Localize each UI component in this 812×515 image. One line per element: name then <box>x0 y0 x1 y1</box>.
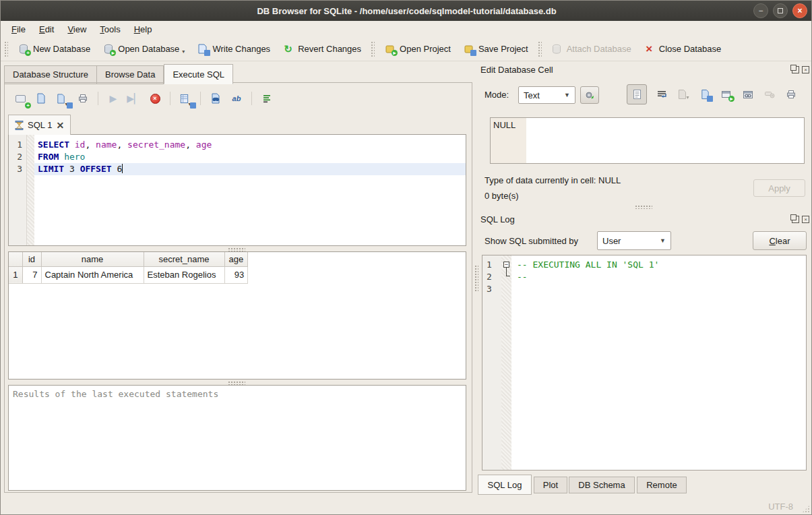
toolbar-drag-handle[interactable] <box>4 41 8 57</box>
toolbar-drag-handle[interactable] <box>538 41 542 57</box>
write-changes-button[interactable]: Write Changes <box>191 40 276 58</box>
cell-null-value: NULL <box>491 118 526 163</box>
revert-changes-icon: ↻ <box>282 43 294 55</box>
log-filter-select[interactable]: User ▼ <box>597 231 671 250</box>
tab-execute-sql[interactable]: Execute SQL <box>164 64 233 84</box>
close-database-button[interactable]: × Close Database <box>637 40 728 58</box>
menu-view[interactable]: View <box>61 22 93 36</box>
clear-log-button[interactable]: Clear <box>753 231 807 250</box>
results-table-pane: id name secret_name age 1 7 Captain Nort… <box>8 251 466 380</box>
menu-help[interactable]: Help <box>127 22 159 36</box>
open-database-button[interactable]: ▸ Open Database ▾ <box>96 40 191 58</box>
open-project-button[interactable]: ▸ Open Project <box>378 40 457 58</box>
row-header[interactable]: 1 <box>9 266 22 283</box>
auto-switch-mode-button[interactable] <box>580 86 599 104</box>
new-database-button[interactable]: + New Database <box>11 40 96 58</box>
mode-select[interactable]: Text ▼ <box>518 86 575 104</box>
toolbar-drag-handle[interactable] <box>371 41 375 57</box>
dock-float-icon[interactable] <box>792 216 799 223</box>
column-header-name[interactable]: name <box>41 252 144 266</box>
set-null-button[interactable] <box>763 88 776 100</box>
find-button[interactable] <box>207 90 224 107</box>
format-icon <box>261 93 272 104</box>
corner-header[interactable] <box>9 252 22 266</box>
save-results-button[interactable]: ▾ <box>177 90 194 107</box>
print-icon <box>786 89 797 100</box>
open-sql-file-button[interactable] <box>32 90 50 107</box>
tab-database-structure[interactable]: Database Structure <box>4 65 97 84</box>
sql-log-dock-header: SQL Log × <box>480 212 809 226</box>
column-header-secret-name[interactable]: secret_name <box>144 252 224 266</box>
cell-name[interactable]: Captain North America <box>41 266 144 283</box>
dock-close-icon[interactable]: × <box>802 66 809 73</box>
main-tabbar: Database Structure Browse Data Execute S… <box>4 64 233 84</box>
menu-tools[interactable]: Tools <box>93 22 127 36</box>
titlebar[interactable]: DB Browser for SQLite - /home/user/code/… <box>1 1 812 21</box>
save-project-icon <box>463 43 474 55</box>
open-in-external-app-button[interactable]: ▸ <box>720 88 732 100</box>
cell-age[interactable]: 93 <box>224 266 248 283</box>
sql-tab-label: SQL 1 <box>28 120 52 130</box>
minimize-button[interactable]: − <box>753 3 768 18</box>
edit-cell-toolbar: ▾ ▸ <box>627 84 797 104</box>
sql-editor[interactable]: 1 2 3 SELECT id, name, secret_name, age … <box>8 134 466 246</box>
fold-margin <box>27 135 34 245</box>
tab-browse-data[interactable]: Browse Data <box>97 65 164 84</box>
dock-splitter[interactable] <box>635 205 652 209</box>
replace-button[interactable]: ab <box>228 90 245 107</box>
code-line-current: LIMIT 3 OFFSET 6 <box>34 163 466 175</box>
fold-marker[interactable]: − <box>503 262 509 268</box>
column-header-id[interactable]: id <box>22 252 41 266</box>
import-cell-data-button[interactable]: ▾ <box>677 88 689 100</box>
table-row: 1 7 Captain North America Esteban Rogeli… <box>9 266 248 283</box>
sql-editor-tab[interactable]: SQL 1 ✕ <box>8 115 71 135</box>
code-line: SELECT id, name, secret_name, age <box>34 139 466 151</box>
word-wrap-button[interactable] <box>656 88 668 100</box>
cell-id[interactable]: 7 <box>22 266 41 283</box>
resize-grip[interactable] <box>802 505 810 513</box>
log-line <box>511 283 806 295</box>
print-sql-button[interactable] <box>74 90 92 107</box>
cell-value-editor[interactable]: NULL <box>490 117 805 164</box>
copy-link-button[interactable] <box>742 88 754 100</box>
open-database-dropdown-arrow[interactable]: ▾ <box>182 49 185 55</box>
link-icon <box>743 90 753 100</box>
column-header-age[interactable]: age <box>224 252 248 266</box>
print-cell-button[interactable] <box>785 88 797 100</box>
close-sql-tab-icon[interactable]: ✕ <box>56 121 64 130</box>
tab-remote[interactable]: Remote <box>637 477 687 493</box>
set-null-icon <box>764 90 775 98</box>
attach-database-icon <box>551 43 563 55</box>
tab-db-schema[interactable]: DB Schema <box>569 477 635 493</box>
close-button[interactable]: × <box>792 3 807 18</box>
main-splitter[interactable] <box>474 265 478 292</box>
tab-sql-log[interactable]: SQL Log <box>478 475 532 495</box>
menu-edit[interactable]: Edit <box>32 22 61 36</box>
attach-database-button[interactable]: Attach Database <box>545 40 637 58</box>
toolbar-separator <box>170 92 170 105</box>
chevron-down-icon: ▼ <box>564 92 575 98</box>
execute-line-button[interactable]: ▶▏ <box>125 90 143 107</box>
execute-sql-button[interactable]: ▶ <box>104 90 122 107</box>
menu-file[interactable]: File <box>5 22 32 36</box>
format-sql-button[interactable] <box>258 90 276 107</box>
apply-button[interactable]: Apply <box>753 179 805 197</box>
save-project-button[interactable]: Save Project <box>457 40 534 58</box>
cell-secret-name[interactable]: Esteban Rogelios <box>144 266 224 283</box>
maximize-icon <box>778 8 783 13</box>
new-sql-tab-button[interactable]: + <box>11 90 29 107</box>
line-number-gutter: 1 2 3 <box>9 135 27 245</box>
text-mode-button[interactable] <box>627 84 647 104</box>
edit-cell-dock-header: Edit Database Cell × <box>480 63 809 76</box>
sql-code-area[interactable]: SELECT id, name, secret_name, age FROM h… <box>34 135 466 245</box>
tab-plot[interactable]: Plot <box>534 477 567 493</box>
results-table: id name secret_name age 1 7 Captain Nort… <box>9 252 248 284</box>
maximize-button[interactable] <box>773 3 788 18</box>
dock-close-icon[interactable]: × <box>802 216 809 223</box>
stop-execution-button[interactable]: × <box>146 90 164 107</box>
export-cell-data-button[interactable] <box>699 88 711 100</box>
revert-changes-button[interactable]: ↻ Revert Changes <box>276 40 367 58</box>
toolbar-separator <box>98 92 98 105</box>
dock-float-icon[interactable] <box>792 66 799 73</box>
save-sql-file-button[interactable]: ▾ <box>53 90 71 107</box>
